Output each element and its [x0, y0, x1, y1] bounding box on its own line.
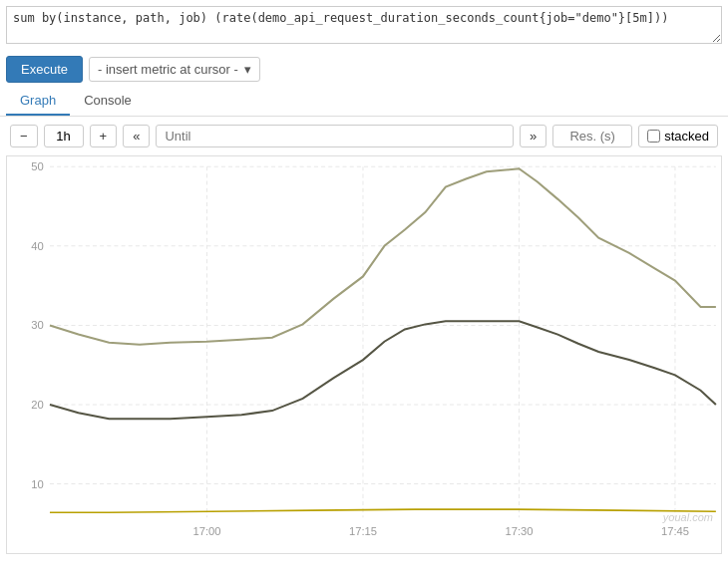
svg-text:50: 50: [31, 160, 43, 172]
execute-button[interactable]: Execute: [6, 56, 83, 83]
insert-metric-label: - insert metric at cursor -: [98, 62, 238, 77]
svg-text:17:45: 17:45: [661, 525, 689, 537]
query-input[interactable]: [6, 6, 722, 44]
svg-text:30: 30: [31, 319, 43, 331]
chart-svg: 50 40 30 20 10 17:00 17:15 17:30 17:45: [7, 156, 721, 553]
toolbar: Execute - insert metric at cursor - ▾: [0, 50, 728, 87]
stacked-label-text: stacked: [664, 129, 709, 144]
stacked-toggle[interactable]: stacked: [638, 125, 718, 147]
time-prev-button[interactable]: «: [123, 125, 150, 147]
range-display: 1h: [44, 125, 84, 147]
range-decrease-button[interactable]: −: [10, 125, 38, 147]
watermark: youal.com: [663, 511, 713, 523]
resolution-input[interactable]: [552, 125, 632, 147]
svg-text:17:30: 17:30: [505, 525, 533, 537]
until-input[interactable]: [156, 125, 514, 147]
chart-area: 50 40 30 20 10 17:00 17:15 17:30 17:45 y…: [6, 155, 722, 554]
svg-text:20: 20: [31, 399, 43, 411]
svg-text:10: 10: [31, 478, 43, 490]
svg-text:40: 40: [31, 240, 43, 252]
tabs-container: Graph Console: [0, 87, 728, 117]
svg-text:17:00: 17:00: [192, 525, 220, 537]
graph-controls: − 1h + « » stacked: [0, 117, 728, 155]
time-next-button[interactable]: »: [520, 125, 546, 147]
dropdown-arrow-icon: ▾: [244, 62, 251, 77]
svg-text:17:15: 17:15: [349, 525, 377, 537]
stacked-checkbox[interactable]: [647, 130, 660, 143]
range-increase-button[interactable]: +: [90, 125, 118, 147]
insert-metric-dropdown[interactable]: - insert metric at cursor - ▾: [89, 57, 260, 82]
tab-graph[interactable]: Graph: [6, 87, 70, 116]
tab-console[interactable]: Console: [70, 87, 146, 116]
